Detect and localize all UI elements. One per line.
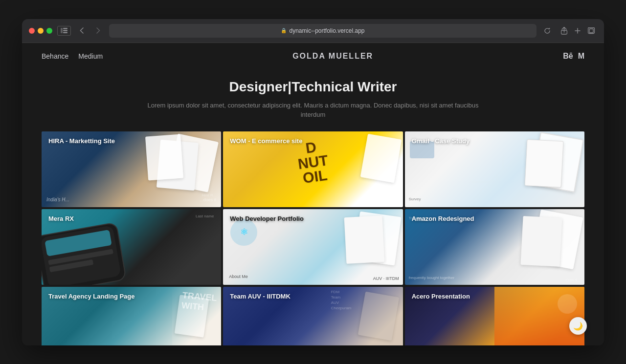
site-nav: Behance Medium GOLDA MUELLER Bē M — [22, 43, 604, 69]
sidebar-toggle[interactable] — [57, 26, 71, 36]
portfolio-label-hira: HIRA - Marketting Site — [48, 137, 115, 145]
browser-chrome: 🔒 dynamic--portfolio.vercel.app — [22, 19, 604, 43]
svg-rect-8 — [589, 29, 593, 33]
website-content: Behance Medium GOLDA MUELLER Bē M Design… — [22, 43, 604, 345]
close-button[interactable] — [29, 28, 35, 34]
portfolio-item-wom[interactable]: DNUTOIL Groundnut Oil WOM - E commerce s… — [223, 131, 402, 207]
forward-button[interactable] — [92, 25, 104, 37]
back-button[interactable] — [76, 25, 88, 37]
site-title: GOLDA MUELLER — [292, 52, 373, 61]
share-button[interactable] — [558, 25, 570, 37]
tabs-button[interactable] — [585, 25, 597, 37]
portfolio-item-mera[interactable]: Last name Mera RX — [42, 209, 221, 285]
svg-rect-3 — [63, 32, 67, 34]
portfolio-grid: India's H... ...does it Hire R... HIRA -… — [22, 131, 604, 345]
medium-nav-link[interactable]: Medium — [78, 52, 103, 60]
browser-window: 🔒 dynamic--portfolio.vercel.app — [22, 19, 604, 345]
hero-section: Designer|Technical Writer Lorem ipsum do… — [22, 69, 604, 131]
portfolio-item-gmail[interactable]: Survey Gmail - Case Study — [405, 131, 584, 207]
hero-subtitle: Lorem ipsum dolor sit amet, consectetur … — [142, 101, 484, 120]
address-bar[interactable]: 🔒 dynamic--portfolio.vercel.app — [109, 24, 537, 38]
portfolio-label-amazon: Amazon Redesigned — [412, 215, 474, 222]
maximize-button[interactable] — [46, 28, 52, 34]
reload-button[interactable] — [541, 25, 553, 37]
portfolio-label-wom: WOM - E commerce site — [230, 137, 302, 145]
portfolio-item-hira[interactable]: India's H... ...does it Hire R... HIRA -… — [42, 131, 221, 207]
moon-icon: 🌙 — [573, 321, 583, 331]
dark-mode-toggle[interactable]: 🌙 — [569, 317, 587, 335]
lock-icon: 🔒 — [281, 28, 287, 33]
portfolio-item-travel[interactable]: TRAVELWITH Travel Agency Landing Page — [42, 287, 221, 345]
browser-actions — [558, 25, 597, 37]
hero-title: Designer|Technical Writer — [42, 79, 584, 95]
portfolio-label-acero: Acero Presentation — [412, 293, 470, 300]
behance-social-icon[interactable]: Bē — [563, 52, 573, 61]
portfolio-label-webdev: Web Developer Portfolio — [230, 215, 304, 222]
portfolio-item-team[interactable]: FDMTeamAUVCheepuram Team AUV - IIITDMK — [223, 287, 402, 345]
new-tab-button[interactable] — [572, 25, 583, 37]
url-text: dynamic--portfolio.vercel.app — [289, 27, 364, 34]
svg-rect-1 — [63, 28, 67, 29]
portfolio-label-travel: Travel Agency Landing Page — [48, 293, 135, 300]
traffic-lights — [29, 28, 52, 34]
svg-rect-2 — [63, 30, 67, 31]
portfolio-label-team: Team AUV - IIITDMK — [230, 293, 291, 300]
behance-nav-link[interactable]: Behance — [42, 52, 68, 60]
nav-social: Bē M — [563, 52, 584, 61]
minimize-button[interactable] — [38, 28, 44, 34]
svg-rect-0 — [61, 28, 63, 33]
portfolio-item-acero[interactable]: CURE Acero Presentation — [405, 287, 584, 345]
portfolio-item-amazon[interactable]: frequently bought together CDN $... Top'… — [405, 209, 584, 285]
portfolio-item-webdev[interactable]: ⚛ About Me AUV · IIITDM Web Developer Po… — [223, 209, 402, 285]
portfolio-label-gmail: Gmail - Case Study — [412, 137, 470, 145]
nav-links: Behance Medium — [42, 52, 103, 60]
medium-social-icon[interactable]: M — [578, 52, 584, 61]
portfolio-label-mera: Mera RX — [48, 215, 74, 222]
